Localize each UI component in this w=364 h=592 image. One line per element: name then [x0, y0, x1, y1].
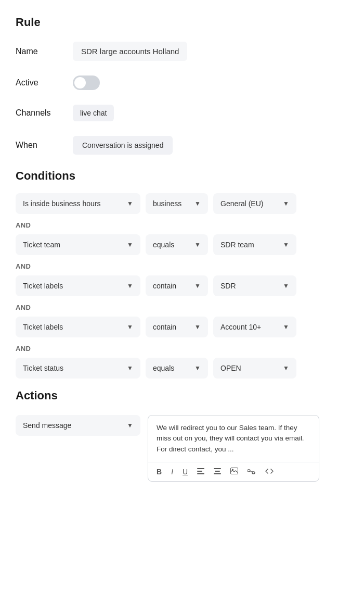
condition-5-value[interactable]: OPEN ▼ — [213, 358, 296, 379]
chevron-down-icon: ▼ — [194, 282, 201, 289]
link-button[interactable] — [245, 467, 258, 477]
condition-5-operator[interactable]: equals ▼ — [146, 358, 208, 379]
chevron-down-icon: ▼ — [194, 323, 201, 331]
name-input[interactable] — [73, 42, 187, 61]
toggle-thumb — [74, 77, 86, 89]
condition-4-field[interactable]: Ticket labels ▼ — [16, 317, 140, 337]
chevron-down-icon: ▼ — [194, 364, 201, 372]
condition-row-4: Ticket labels ▼ contain ▼ Account 10+ ▼ — [16, 317, 348, 337]
when-label: When — [16, 141, 73, 150]
condition-1-value[interactable]: General (EU) ▼ — [213, 193, 296, 214]
and-label-2: AND — [16, 262, 348, 270]
condition-2-value[interactable]: SDR team ▼ — [213, 234, 296, 255]
condition-5-field-label: Ticket status — [23, 364, 63, 372]
condition-2-field-label: Ticket team — [23, 241, 60, 249]
chevron-down-icon: ▼ — [283, 241, 289, 248]
channel-tag: live chat — [73, 105, 114, 121]
svg-rect-3 — [214, 468, 221, 469]
svg-rect-0 — [197, 468, 204, 469]
condition-row-2: Ticket team ▼ equals ▼ SDR team ▼ — [16, 234, 348, 255]
channels-row: Channels live chat — [16, 105, 348, 121]
condition-2-field[interactable]: Ticket team ▼ — [16, 234, 140, 255]
condition-4-value[interactable]: Account 10+ ▼ — [213, 317, 296, 337]
condition-1-field-label: Is inside business hours — [23, 199, 100, 208]
condition-1-field[interactable]: Is inside business hours ▼ — [16, 193, 140, 214]
chevron-down-icon: ▼ — [283, 364, 289, 372]
and-label-1: AND — [16, 221, 348, 229]
and-label-3: AND — [16, 304, 348, 311]
condition-1-value-label: General (EU) — [220, 199, 263, 208]
condition-5-value-label: OPEN — [220, 364, 241, 372]
condition-3-value-label: SDR — [220, 282, 236, 290]
condition-3-operator-label: contain — [153, 282, 176, 290]
when-row: When Conversation is assigned — [16, 136, 348, 155]
actions-section: Actions Send message ▼ We will redirect … — [16, 389, 348, 482]
action-field[interactable]: Send message ▼ — [16, 415, 140, 436]
condition-5-field[interactable]: Ticket status ▼ — [16, 358, 140, 379]
svg-rect-2 — [197, 473, 204, 474]
active-label: Active — [16, 78, 73, 87]
bold-button[interactable]: B — [154, 467, 164, 477]
align-center-button[interactable] — [212, 467, 223, 477]
chevron-down-icon: ▼ — [283, 323, 289, 331]
condition-3-field-label: Ticket labels — [23, 282, 63, 290]
action-field-label: Send message — [23, 421, 71, 430]
chevron-down-icon: ▼ — [127, 282, 133, 289]
chevron-down-icon: ▼ — [127, 364, 133, 372]
when-value: Conversation is assigned — [73, 136, 173, 155]
chevron-down-icon: ▼ — [127, 323, 133, 331]
condition-3-field[interactable]: Ticket labels ▼ — [16, 275, 140, 296]
chevron-down-icon: ▼ — [283, 200, 289, 207]
page-title: Rule — [16, 16, 348, 29]
chevron-down-icon: ▼ — [127, 422, 133, 429]
conditions-section: Conditions Is inside business hours ▼ bu… — [16, 169, 348, 379]
condition-3-operator[interactable]: contain ▼ — [146, 275, 208, 296]
svg-rect-1 — [197, 471, 202, 472]
condition-3-value[interactable]: SDR ▼ — [213, 275, 296, 296]
underline-button[interactable]: U — [180, 467, 190, 477]
chevron-down-icon: ▼ — [283, 282, 289, 289]
condition-row-3: Ticket labels ▼ contain ▼ SDR ▼ — [16, 275, 348, 296]
condition-4-operator[interactable]: contain ▼ — [146, 317, 208, 337]
channels-label: Channels — [16, 108, 73, 118]
and-label-4: AND — [16, 345, 348, 352]
message-text[interactable]: We will redirect you to our Sales team. … — [148, 415, 319, 462]
actions-title: Actions — [16, 389, 348, 402]
svg-rect-5 — [214, 473, 221, 474]
chevron-down-icon: ▼ — [127, 241, 133, 248]
condition-row-1: Is inside business hours ▼ business ▼ Ge… — [16, 193, 348, 214]
image-button[interactable] — [228, 467, 240, 477]
chevron-down-icon: ▼ — [127, 200, 133, 207]
editor-toolbar: B I U — [148, 462, 319, 481]
name-label: Name — [16, 47, 73, 56]
align-left-button[interactable] — [195, 467, 206, 477]
active-row: Active — [16, 75, 348, 90]
condition-2-operator[interactable]: equals ▼ — [146, 234, 208, 255]
condition-4-operator-label: contain — [153, 323, 176, 331]
conditions-title: Conditions — [16, 169, 348, 183]
condition-5-operator-label: equals — [153, 364, 174, 372]
condition-1-operator-label: business — [153, 199, 181, 208]
active-toggle[interactable] — [73, 75, 100, 90]
chevron-down-icon: ▼ — [194, 200, 201, 207]
message-editor: We will redirect you to our Sales team. … — [148, 415, 319, 482]
action-row: Send message ▼ We will redirect you to o… — [16, 415, 348, 482]
condition-4-value-label: Account 10+ — [220, 323, 261, 331]
svg-rect-4 — [215, 471, 220, 472]
condition-2-operator-label: equals — [153, 241, 174, 249]
condition-row-5: Ticket status ▼ equals ▼ OPEN ▼ — [16, 358, 348, 379]
condition-1-operator[interactable]: business ▼ — [146, 193, 208, 214]
condition-4-field-label: Ticket labels — [23, 323, 63, 331]
toggle-track[interactable] — [73, 75, 100, 90]
italic-button[interactable]: I — [169, 467, 175, 477]
name-row: Name — [16, 42, 348, 61]
chevron-down-icon: ▼ — [194, 241, 201, 248]
code-button[interactable] — [263, 467, 276, 477]
condition-2-value-label: SDR team — [220, 241, 254, 249]
